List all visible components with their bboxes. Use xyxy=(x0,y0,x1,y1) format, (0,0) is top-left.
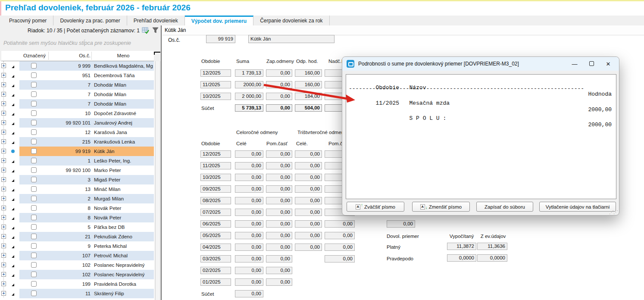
increase-font-button[interactable]: A↑ Zväčšiť písmo xyxy=(347,202,404,212)
panel-splitter[interactable] xyxy=(161,25,162,300)
tree-expander-icon[interactable]: + xyxy=(1,291,6,296)
employee-row[interactable]: +99 919Kútik Ján xyxy=(0,147,154,156)
row-checkbox[interactable] xyxy=(31,196,37,201)
filter-icon[interactable] xyxy=(152,27,159,34)
employee-row[interactable]: +12Karašová Jana xyxy=(0,128,154,137)
tree-expander-icon[interactable]: + xyxy=(1,187,6,191)
tree-expander-icon[interactable]: + xyxy=(1,82,6,87)
row-checkbox[interactable] xyxy=(31,101,37,106)
tree-expander-icon[interactable]: + xyxy=(1,196,6,201)
employee-row[interactable]: +1Leško Peter, Ing. xyxy=(0,156,154,166)
employee-row[interactable]: +13Mináč Milan xyxy=(0,184,154,194)
tree-expander-icon[interactable]: + xyxy=(1,234,6,239)
t2-sum-cell: 0,00 xyxy=(235,290,263,297)
employee-row[interactable]: +7Dohodár Milan xyxy=(0,99,154,109)
employee-row[interactable]: +9Peterka Michal xyxy=(0,241,154,251)
employee-row[interactable]: +7Dohodár Milan xyxy=(0,80,154,90)
tree-expander-icon[interactable]: + xyxy=(1,206,6,210)
row-checkbox[interactable] xyxy=(31,167,37,173)
row-checkbox[interactable] xyxy=(31,262,37,268)
row-checkbox[interactable] xyxy=(31,234,37,239)
employee-row[interactable]: +21Peknušiak Zdeno xyxy=(0,232,154,241)
employee-name-field[interactable]: Kútik Ján xyxy=(248,35,335,43)
employee-row[interactable]: +11Skrátený Filip xyxy=(0,289,154,298)
employee-row[interactable]: +951Decembrová Táňa xyxy=(0,71,154,80)
tree-expander-icon[interactable]: + xyxy=(1,73,6,78)
row-checkbox[interactable] xyxy=(31,281,37,287)
row-checkbox[interactable] xyxy=(31,272,37,277)
row-checkbox[interactable] xyxy=(31,158,37,163)
save-to-file-button[interactable]: Zapísať do súboru xyxy=(476,202,533,212)
tree-expander-icon[interactable]: + xyxy=(1,158,6,163)
employee-row[interactable]: +99 920 101Januárový Andrej xyxy=(0,118,154,128)
row-checkbox[interactable] xyxy=(31,243,37,249)
employee-row[interactable]: +7Dohodár Milan xyxy=(0,90,154,99)
row-checkbox[interactable] xyxy=(31,186,37,192)
tree-expander-icon[interactable]: + xyxy=(1,63,6,68)
print-button[interactable]: Vytlačenie údajov na tlačiarni xyxy=(539,202,616,212)
employee-row[interactable]: +3Migaš Peter xyxy=(0,175,154,184)
row-checkbox[interactable] xyxy=(31,120,37,125)
employee-row[interactable]: +102Poslanec Nepravidelný xyxy=(0,260,154,270)
employee-row[interactable]: +2Murgaš Milan xyxy=(0,194,154,203)
row-checkbox[interactable] xyxy=(31,205,37,211)
dialog-title-bar[interactable]: Podrobnosti o sume pre dovolenkový priem… xyxy=(342,57,619,71)
tree-expander-icon[interactable]: + xyxy=(1,215,6,220)
employee-row[interactable]: +215Krankušová Lenka xyxy=(0,137,154,147)
resize-grip[interactable]: ⋰⋰ xyxy=(609,209,618,215)
employee-row[interactable]: +99 920 100Marko Peter xyxy=(0,166,154,175)
tree-expander-icon[interactable]: + xyxy=(1,149,6,153)
osc-field[interactable]: 99 919 xyxy=(206,35,235,43)
tree-expander-icon[interactable]: + xyxy=(1,130,6,134)
row-checkbox[interactable] xyxy=(31,129,37,135)
tree-expander-icon[interactable]: + xyxy=(1,244,6,248)
tree-expander-icon[interactable]: + xyxy=(1,111,6,116)
table-check-icon[interactable] xyxy=(142,27,149,34)
row-checkbox[interactable] xyxy=(31,291,37,296)
row-checkbox[interactable] xyxy=(31,82,37,88)
employee-row[interactable]: +5Päťka bez DB xyxy=(0,222,154,232)
tree-expander-icon[interactable]: + xyxy=(1,177,6,182)
tree-expander-icon[interactable]: + xyxy=(1,272,6,277)
minimize-icon[interactable]: — xyxy=(568,61,581,67)
row-checkbox[interactable] xyxy=(31,224,37,230)
tab-5[interactable]: Čerpanie dovoleniek za rok xyxy=(253,16,329,25)
tree-expander-icon[interactable]: + xyxy=(1,281,6,286)
row-checkbox[interactable] xyxy=(31,91,37,97)
grid-vertical-scrollbar[interactable] xyxy=(155,61,160,300)
row-checkbox[interactable] xyxy=(31,253,37,258)
column-header-oznaceny[interactable]: Označený xyxy=(19,51,50,61)
tab-4[interactable]: Výpočet dov. priemeru xyxy=(185,16,253,25)
tree-expander-icon[interactable]: + xyxy=(1,92,6,97)
row-checkbox[interactable] xyxy=(31,72,37,78)
close-icon[interactable]: ✕ xyxy=(602,61,615,67)
decrease-font-button[interactable]: A↓ Zmenšiť písmo xyxy=(412,202,470,212)
tree-expander-icon[interactable]: + xyxy=(1,262,6,267)
row-checkbox[interactable] xyxy=(31,110,37,116)
tree-expander-icon[interactable]: + xyxy=(1,101,6,106)
employee-row[interactable]: +10Dopočet Zdravotné xyxy=(0,109,154,118)
employee-row[interactable]: +8Novák Peter xyxy=(0,213,154,222)
maximize-icon[interactable] xyxy=(585,61,598,67)
tree-expander-icon[interactable]: + xyxy=(1,225,6,229)
employee-row[interactable]: +8Novák Peter xyxy=(0,203,154,213)
employee-row[interactable]: +9 999Bendíková Magdaléna, Mg xyxy=(0,61,154,71)
column-header-osc[interactable]: Os.č. xyxy=(50,51,91,61)
tree-expander-icon[interactable]: + xyxy=(1,253,6,258)
tab-1[interactable]: Pracovný pomer xyxy=(3,16,53,25)
employee-row[interactable]: +107Petrovič Michal xyxy=(0,251,154,260)
column-header-meno[interactable]: Meno xyxy=(93,51,154,61)
tree-expander-icon[interactable]: + xyxy=(1,139,6,144)
employee-row[interactable]: +102Poslanec Nepravidelný xyxy=(0,270,154,279)
tree-expander-icon[interactable]: + xyxy=(1,168,6,172)
employee-row[interactable]: +199Pravidelná Dorotka xyxy=(0,279,154,289)
row-checkbox[interactable] xyxy=(31,139,37,144)
row-checkbox[interactable] xyxy=(31,148,37,154)
grid-header-row[interactable]: Označený Os.č. Meno xyxy=(1,51,154,61)
row-checkbox[interactable] xyxy=(31,63,37,69)
tab-2[interactable]: Dovolenky za prac. pomer xyxy=(53,16,127,25)
tab-3[interactable]: Prehľad dovoleniek xyxy=(127,16,185,25)
tree-expander-icon[interactable]: + xyxy=(1,120,6,125)
row-checkbox[interactable] xyxy=(31,215,37,220)
row-checkbox[interactable] xyxy=(31,177,37,182)
